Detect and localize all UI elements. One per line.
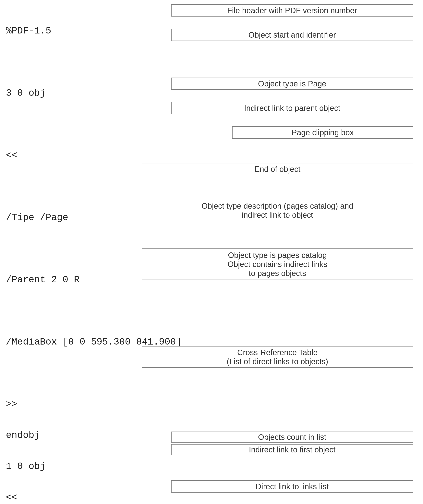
annotation-end-of-object: End of object <box>142 163 413 175</box>
code-line-8: endobj <box>6 429 182 441</box>
code-line-1: %PDF-1.5 <box>6 25 182 37</box>
annotation-object-type-page: Object type is Page <box>171 78 413 90</box>
annotation-file-header: File header with PDF version number <box>171 4 413 17</box>
annotation-pages-catalog: Object type is pages catalog Object cont… <box>142 248 413 280</box>
code-line-9: 1 0 obj <box>6 460 182 473</box>
annotation-indirect-first-object: Indirect link to first object <box>171 444 413 455</box>
annotation-page-clipping-box: Page clipping box <box>232 126 413 139</box>
annotation-catalog-description: Object type description (pages catalog) … <box>142 200 413 221</box>
code-line-7: >> <box>6 398 182 410</box>
code-line-2: 3 0 obj <box>6 87 182 99</box>
code-line-10: << <box>6 492 182 504</box>
annotation-objects-count: Objects count in list <box>171 432 413 443</box>
annotation-object-start: Object start and identifier <box>171 29 413 41</box>
annotation-xref-table: Cross-Reference Table (List of direct li… <box>142 346 413 368</box>
annotation-indirect-parent: Indirect link to parent object <box>171 102 413 114</box>
code-line-3: << <box>6 149 182 162</box>
annotation-direct-links-list: Direct link to links list <box>171 480 413 492</box>
